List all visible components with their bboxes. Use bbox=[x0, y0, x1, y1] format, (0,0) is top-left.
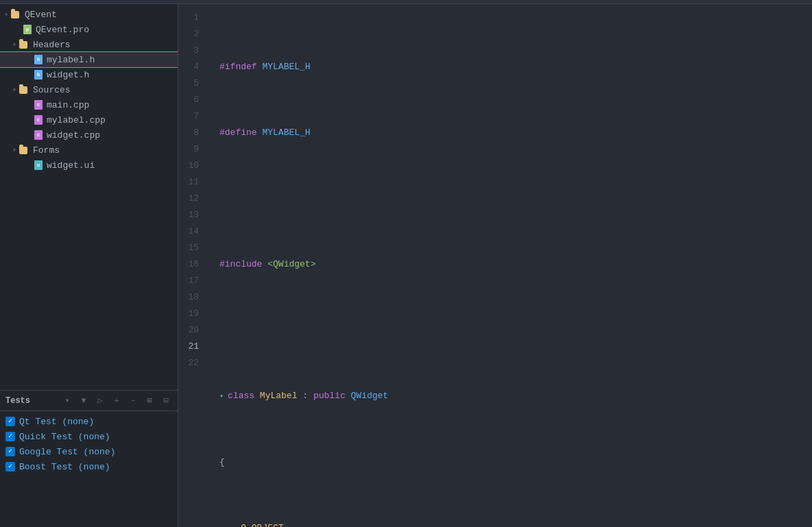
chevron-qevent: ▾ bbox=[3, 11, 10, 18]
ln-20: 20 bbox=[178, 322, 206, 339]
tests-panel-header: Tests ▾ ▼ ▷ ＋ － ⊞ ⊟ bbox=[0, 391, 178, 411]
editor-area: 1 2 3 4 5 6 7 8 9 10 11 12 13 14 15 16 1… bbox=[178, 4, 812, 527]
file-icon-widgetcpp: c bbox=[33, 130, 44, 140]
project-tree: ▾ QEvent p QEvent.pro ▾ bbox=[0, 4, 178, 175]
chevron-headers: ▾ bbox=[11, 41, 18, 48]
ln-19: 19 bbox=[178, 306, 206, 322]
tree-item-qevent[interactable]: ▾ QEvent bbox=[0, 7, 178, 22]
tree-item-maincpp[interactable]: c main.cpp bbox=[0, 97, 178, 112]
tree-label-sources: Sources bbox=[33, 85, 71, 95]
tree-label-widgetui: widget.ui bbox=[47, 160, 95, 171]
test-label-boost: Boost Test (none) bbox=[19, 462, 110, 472]
code-container[interactable]: 1 2 3 4 5 6 7 8 9 10 11 12 13 14 15 16 1… bbox=[178, 4, 812, 527]
folder-icon-headers bbox=[19, 39, 30, 50]
tree-item-sources[interactable]: ▾ Sources bbox=[0, 82, 178, 97]
tree-item-qeventpro[interactable]: p QEvent.pro bbox=[0, 22, 178, 37]
ln-7: 7 bbox=[178, 108, 206, 125]
code-editor[interactable]: #ifndef MYLABEL_H #define MYLABEL_H #inc… bbox=[213, 4, 812, 527]
tree-label-qeventpro: QEvent.pro bbox=[36, 25, 89, 35]
tests-add-btn[interactable]: ＋ bbox=[110, 395, 123, 407]
ln-13: 13 bbox=[178, 207, 206, 223]
test-item-google[interactable]: Google Test (none) bbox=[5, 444, 172, 459]
ln-9: 9 bbox=[178, 141, 206, 158]
code-line-1: #ifndef MYLABEL_H bbox=[213, 59, 812, 75]
test-item-qt[interactable]: Qt Test (none) bbox=[5, 414, 172, 429]
test-item-boost[interactable]: Boost Test (none) bbox=[5, 459, 172, 474]
tests-run-btn[interactable]: ▷ bbox=[94, 395, 106, 407]
folder-icon-forms bbox=[19, 145, 30, 156]
sidebar: ▾ QEvent p QEvent.pro ▾ bbox=[0, 4, 178, 527]
chevron-forms: ▾ bbox=[11, 147, 18, 154]
code-line-2: #define MYLABEL_H bbox=[213, 125, 812, 141]
code-line-4: #include <QWidget> bbox=[213, 256, 812, 273]
ln-16: 16 bbox=[178, 256, 206, 273]
test-label-google: Google Test (none) bbox=[19, 447, 115, 457]
tree-label-headers: Headers bbox=[33, 40, 71, 50]
ln-11: 11 bbox=[178, 174, 206, 191]
ln-6: 6 bbox=[178, 92, 206, 108]
ln-15: 15 bbox=[178, 240, 206, 256]
ln-1: 1 bbox=[178, 10, 206, 26]
tests-list: Qt Test (none) Quick Test (none) Google … bbox=[0, 411, 178, 477]
file-icon-mylabelh: h bbox=[33, 54, 44, 65]
folder-icon-sources bbox=[19, 84, 30, 95]
test-checkbox-quick[interactable] bbox=[5, 432, 15, 441]
code-line-7: { bbox=[213, 454, 812, 471]
ln-4: 4 bbox=[178, 59, 206, 75]
ln-12: 12 bbox=[178, 191, 206, 207]
test-label-qt: Qt Test (none) bbox=[19, 417, 94, 427]
file-icon-mylabelcpp: c bbox=[33, 114, 44, 125]
tree-item-headers[interactable]: ▾ Headers bbox=[0, 37, 178, 52]
tree-label-mylabelcpp: mylabel.cpp bbox=[47, 115, 106, 125]
tests-panel: Tests ▾ ▼ ▷ ＋ － ⊞ ⊟ Qt Test (none) Quick… bbox=[0, 390, 178, 527]
tree-item-forms[interactable]: ▾ Forms bbox=[0, 143, 178, 158]
code-line-3 bbox=[213, 191, 812, 207]
tests-panel-title: Tests bbox=[5, 396, 57, 406]
file-icon-maincpp: c bbox=[33, 99, 44, 110]
test-label-quick: Quick Test (none) bbox=[19, 432, 110, 442]
file-icon-pro: p bbox=[22, 24, 33, 35]
line-numbers: 1 2 3 4 5 6 7 8 9 10 11 12 13 14 15 16 1… bbox=[178, 4, 213, 527]
ln-3: 3 bbox=[178, 42, 206, 59]
test-checkbox-boost[interactable] bbox=[5, 462, 15, 471]
ln-10: 10 bbox=[178, 158, 206, 174]
tree-label-forms: Forms bbox=[33, 145, 60, 156]
ln-21: 21 bbox=[178, 339, 206, 355]
tree-label-mylabelh: mylabel.h bbox=[47, 55, 95, 65]
tree-item-widgetui[interactable]: u widget.ui bbox=[0, 158, 178, 173]
ln-17: 17 bbox=[178, 273, 206, 289]
tree-item-widgeth[interactable]: h widget.h bbox=[0, 67, 178, 82]
code-line-6: ▾ class MyLabel : public QWidget bbox=[213, 388, 812, 405]
code-line-8: Q_OBJECT bbox=[213, 520, 812, 527]
tests-filter-btn[interactable]: ▼ bbox=[77, 395, 90, 407]
sidebar-tree-area: ▾ QEvent p QEvent.pro ▾ bbox=[0, 4, 178, 390]
tree-item-mylabelcpp[interactable]: c mylabel.cpp bbox=[0, 112, 178, 127]
chevron-sources: ▾ bbox=[11, 86, 18, 93]
ln-14: 14 bbox=[178, 223, 206, 240]
tests-expand-btn[interactable]: ⊞ bbox=[143, 395, 156, 407]
tests-collapse-btn[interactable]: ⊟ bbox=[160, 395, 172, 407]
tree-label-widgetcpp: widget.cpp bbox=[47, 130, 100, 140]
tree-label-widgeth: widget.h bbox=[47, 70, 89, 80]
tree-label-maincpp: main.cpp bbox=[47, 100, 89, 110]
folder-icon-qevent bbox=[11, 9, 22, 20]
tests-dropdown-btn[interactable]: ▾ bbox=[61, 395, 73, 407]
ln-18: 18 bbox=[178, 289, 206, 306]
file-icon-widgetui: u bbox=[33, 160, 44, 171]
test-checkbox-qt[interactable] bbox=[5, 417, 15, 426]
tree-item-widgetcpp[interactable]: c widget.cpp bbox=[0, 127, 178, 143]
tree-item-mylabelh[interactable]: h mylabel.h bbox=[0, 52, 178, 67]
tree-label-qevent: QEvent bbox=[25, 10, 57, 20]
ln-2: 2 bbox=[178, 26, 206, 42]
tests-remove-btn[interactable]: － bbox=[127, 395, 139, 407]
main-area: ▾ QEvent p QEvent.pro ▾ bbox=[0, 4, 812, 527]
test-item-quick[interactable]: Quick Test (none) bbox=[5, 429, 172, 444]
ln-5: 5 bbox=[178, 75, 206, 92]
ln-8: 8 bbox=[178, 125, 206, 141]
code-line-5 bbox=[213, 322, 812, 339]
test-checkbox-google[interactable] bbox=[5, 447, 15, 456]
ln-22: 22 bbox=[178, 355, 206, 371]
file-icon-widgeth: h bbox=[33, 69, 44, 80]
